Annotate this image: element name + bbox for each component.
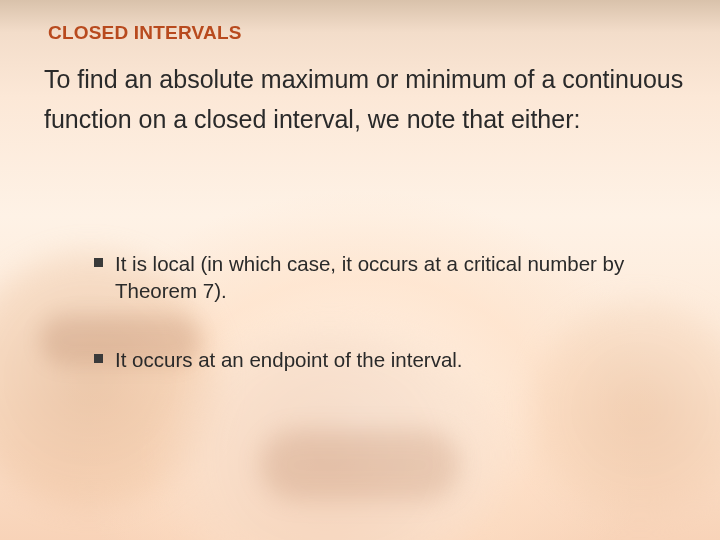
list-item: It is local (in which case, it occurs at… — [94, 250, 634, 304]
list-item-text: It occurs at an endpoint of the interval… — [115, 346, 634, 373]
square-bullet-icon — [94, 354, 103, 363]
background-blob — [260, 430, 460, 500]
list-item-text: It is local (in which case, it occurs at… — [115, 250, 634, 304]
slide-heading: CLOSED INTERVALS — [48, 22, 242, 44]
slide-paragraph: To find an absolute maximum or minimum o… — [44, 60, 684, 139]
bullet-list: It is local (in which case, it occurs at… — [94, 250, 634, 415]
square-bullet-icon — [94, 258, 103, 267]
list-item: It occurs at an endpoint of the interval… — [94, 346, 634, 373]
